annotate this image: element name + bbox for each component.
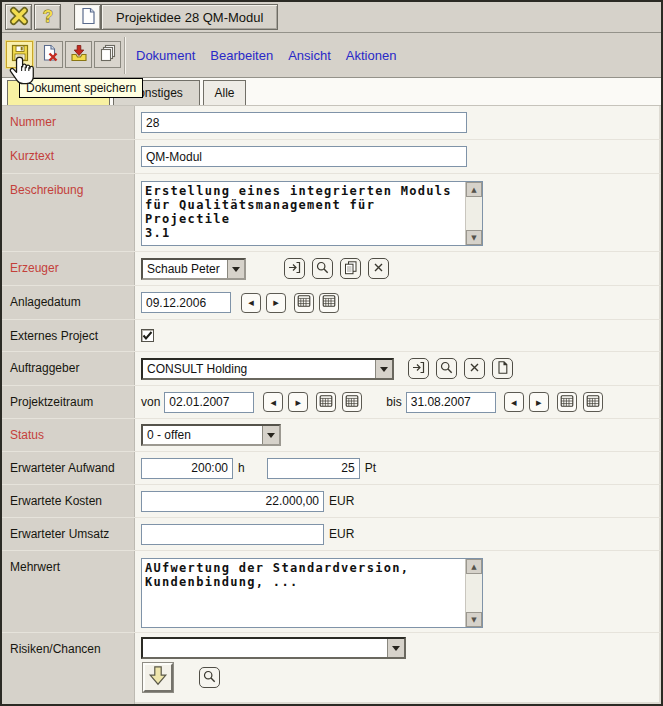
checkin-button[interactable] bbox=[65, 41, 92, 68]
menu-bearbeiten[interactable]: Bearbeiten bbox=[210, 48, 273, 63]
risiken-chancen-select[interactable] bbox=[141, 637, 406, 659]
menu-aktionen[interactable]: Aktionen bbox=[346, 48, 397, 63]
chevron-down-icon[interactable] bbox=[387, 639, 404, 657]
goto-record-button[interactable] bbox=[408, 358, 429, 379]
anlagedatum-label: Anlagedatum bbox=[2, 286, 135, 319]
form-row-mehrwert: Mehrwert AUfwertung der Standardversion,… bbox=[2, 551, 661, 633]
checkmark-icon bbox=[142, 327, 153, 345]
scroll-down-icon[interactable]: ▼ bbox=[466, 230, 482, 245]
nummer-input[interactable] bbox=[141, 112, 467, 133]
search-icon bbox=[439, 360, 454, 378]
kurztext-label: Kurztext bbox=[2, 140, 135, 173]
search-erzeuger-button[interactable] bbox=[312, 258, 333, 279]
arrow-left-icon: ◂ bbox=[271, 397, 277, 408]
form-row-erwarteter-umsatz: Erwarteter Umsatz EUR bbox=[2, 518, 661, 551]
delete-document-button[interactable] bbox=[36, 41, 63, 68]
von-calendar-week-button[interactable] bbox=[342, 392, 362, 412]
arrow-left-icon: ◂ bbox=[248, 297, 254, 308]
add-entry-button[interactable] bbox=[143, 663, 173, 692]
app-window: ? Projektidee 28 QM-Modul bbox=[0, 0, 663, 706]
form-row-kurztext: Kurztext bbox=[2, 140, 661, 174]
bis-next-button[interactable]: ▸ bbox=[529, 392, 549, 412]
mehrwert-textarea[interactable]: AUfwertung der Standardversion, Kundenbi… bbox=[142, 559, 465, 627]
close-button[interactable] bbox=[5, 4, 32, 30]
erwarteter-umsatz-label: Erwarteter Umsatz bbox=[2, 518, 135, 550]
help-button[interactable]: ? bbox=[34, 4, 61, 30]
status-value: 0 - offen bbox=[143, 426, 262, 444]
menu-ansicht[interactable]: Ansicht bbox=[288, 48, 331, 63]
date-next-button[interactable]: ▸ bbox=[266, 293, 286, 313]
umsatz-input[interactable] bbox=[141, 524, 324, 545]
clear-erzeuger-button[interactable] bbox=[368, 258, 389, 279]
search-auftraggeber-button[interactable] bbox=[436, 358, 457, 379]
zeitraum-von-input[interactable] bbox=[164, 392, 254, 413]
form-row-nummer: Nummer bbox=[2, 106, 661, 140]
calendar-button[interactable] bbox=[294, 293, 314, 313]
scrollbar[interactable]: ▲ ▼ bbox=[465, 559, 482, 627]
scroll-up-icon[interactable]: ▲ bbox=[466, 559, 482, 574]
clear-auftraggeber-button[interactable] bbox=[464, 358, 485, 379]
erzeuger-select[interactable]: Schaub Peter bbox=[141, 258, 246, 280]
document-delete-icon bbox=[40, 43, 60, 66]
status-select[interactable]: 0 - offen bbox=[141, 424, 281, 446]
aufwand-stunden-input[interactable] bbox=[141, 458, 233, 479]
goto-record-button[interactable] bbox=[284, 258, 305, 279]
scroll-down-icon[interactable]: ▼ bbox=[466, 612, 482, 627]
auftraggeber-select[interactable]: CONSULT Holding bbox=[141, 358, 394, 380]
auftraggeber-value: CONSULT Holding bbox=[143, 360, 375, 378]
date-prev-button[interactable]: ◂ bbox=[241, 293, 261, 313]
new-record-button[interactable] bbox=[492, 358, 513, 379]
form-row-projektzeitraum: Projektzeitraum von ◂ ▸ bis ◂ bbox=[2, 386, 661, 419]
von-label: von bbox=[141, 395, 160, 409]
punkte-unit: Pt bbox=[365, 461, 376, 475]
toolbar-separator bbox=[124, 37, 126, 74]
copy-page-icon bbox=[343, 260, 358, 278]
von-prev-button[interactable]: ◂ bbox=[263, 392, 283, 412]
calendar-week-button[interactable] bbox=[319, 293, 339, 313]
form-area: Nummer Kurztext Beschreibung Erstellung … bbox=[2, 106, 661, 704]
zeitraum-bis-input[interactable] bbox=[406, 392, 496, 413]
calendar-icon bbox=[586, 394, 600, 411]
toolbar: Dokument Bearbeiten Ansicht Aktionen bbox=[2, 33, 661, 78]
externes-project-checkbox[interactable] bbox=[141, 329, 154, 342]
copy-document-button[interactable] bbox=[94, 41, 121, 68]
save-button[interactable] bbox=[6, 41, 33, 68]
clear-x-icon bbox=[371, 260, 386, 278]
form-row-risiken-chancen: Risiken/Chancen bbox=[2, 633, 661, 704]
aufwand-punkte-input[interactable] bbox=[267, 458, 360, 479]
bis-calendar-button[interactable] bbox=[557, 392, 577, 412]
tab-alle[interactable]: Alle bbox=[203, 80, 246, 105]
menubar: Dokument Bearbeiten Ansicht Aktionen bbox=[136, 33, 396, 78]
clear-x-icon bbox=[467, 360, 482, 378]
chevron-down-icon[interactable] bbox=[227, 260, 244, 278]
risiken-chancen-value bbox=[143, 639, 387, 657]
beschreibung-textarea[interactable]: Erstellung eines integrierten Moduls für… bbox=[142, 182, 465, 245]
von-calendar-button[interactable] bbox=[316, 392, 336, 412]
search-risiken-button[interactable] bbox=[199, 667, 220, 688]
floppy-disk-icon bbox=[10, 43, 30, 66]
document-type-button[interactable] bbox=[74, 4, 101, 30]
form-row-erwarteter-aufwand: Erwarteter Aufwand h Pt bbox=[2, 452, 661, 485]
chevron-down-icon[interactable] bbox=[262, 426, 279, 444]
menu-dokument[interactable]: Dokument bbox=[136, 48, 195, 63]
search-icon bbox=[315, 260, 330, 278]
scroll-up-icon[interactable]: ▲ bbox=[466, 182, 482, 197]
goto-icon bbox=[411, 360, 426, 378]
status-label: Status bbox=[2, 419, 135, 451]
close-icon bbox=[8, 5, 30, 30]
kosten-currency: EUR bbox=[329, 494, 354, 508]
bis-prev-button[interactable]: ◂ bbox=[504, 392, 524, 412]
erzeuger-label: Erzeuger bbox=[2, 252, 135, 285]
calendar-icon bbox=[345, 394, 359, 411]
chevron-down-icon[interactable] bbox=[375, 360, 392, 378]
titlebar: ? Projektidee 28 QM-Modul bbox=[2, 2, 661, 33]
copy-value-button[interactable] bbox=[340, 258, 361, 279]
calendar-icon bbox=[322, 294, 336, 311]
von-next-button[interactable]: ▸ bbox=[288, 392, 308, 412]
kurztext-input[interactable] bbox=[141, 146, 467, 167]
anlagedatum-input[interactable] bbox=[141, 292, 231, 313]
nummer-label: Nummer bbox=[2, 106, 135, 139]
bis-calendar-week-button[interactable] bbox=[583, 392, 603, 412]
kosten-input[interactable] bbox=[141, 491, 324, 512]
scrollbar[interactable]: ▲ ▼ bbox=[465, 182, 482, 245]
